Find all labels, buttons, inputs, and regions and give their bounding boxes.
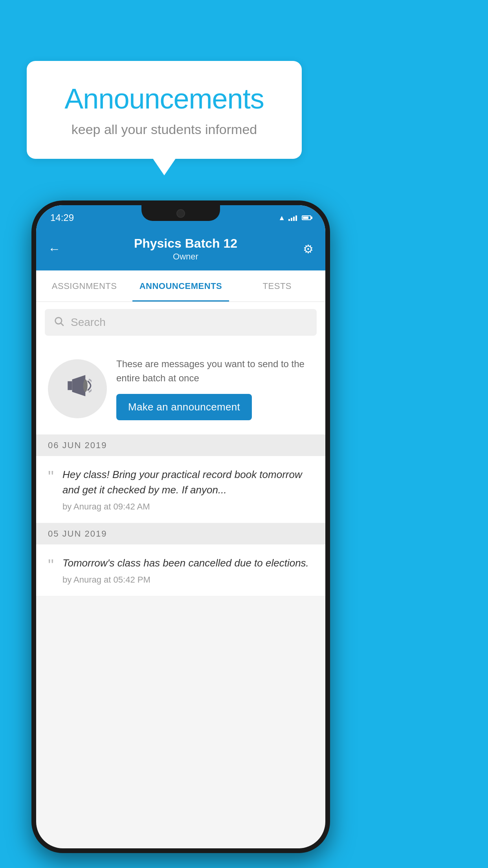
phone-camera bbox=[176, 209, 185, 218]
wifi-icon: ▲ bbox=[278, 214, 285, 222]
announcement-text-2: Tomorrow's class has been cancelled due … bbox=[62, 555, 309, 571]
phone-wrapper: 14:29 ▲ bbox=[31, 200, 330, 853]
promo-card: These are messages you want to send to t… bbox=[36, 343, 325, 435]
tab-announcements[interactable]: ANNOUNCEMENTS bbox=[132, 270, 229, 302]
svg-point-0 bbox=[55, 317, 62, 324]
quote-icon-2: " bbox=[48, 557, 54, 574]
phone-outer: 14:29 ▲ bbox=[31, 200, 330, 853]
signal-icon bbox=[288, 215, 297, 221]
tabs-bar: ASSIGNMENTS ANNOUNCEMENTS TESTS bbox=[36, 270, 325, 302]
announcement-item-2[interactable]: " Tomorrow's class has been cancelled du… bbox=[36, 544, 325, 596]
announcement-meta-1: by Anurag at 09:42 AM bbox=[62, 502, 314, 512]
date-label-1: 06 JUN 2019 bbox=[48, 440, 107, 450]
app-bar-title-group: Physics Batch 12 Owner bbox=[68, 236, 303, 262]
status-icons: ▲ bbox=[278, 214, 311, 222]
speech-bubble-wrapper: Announcements keep all your students inf… bbox=[27, 61, 302, 159]
search-section: Search bbox=[36, 302, 325, 343]
back-button[interactable]: ← bbox=[48, 242, 61, 256]
announcement-meta-2: by Anurag at 05:42 PM bbox=[62, 575, 309, 585]
phone-notch bbox=[141, 205, 220, 221]
announcement-item-1[interactable]: " Hey class! Bring your practical record… bbox=[36, 456, 325, 523]
status-time: 14:29 bbox=[50, 212, 74, 223]
date-separator-2: 05 JUN 2019 bbox=[36, 523, 325, 544]
speech-bubble: Announcements keep all your students inf… bbox=[27, 61, 302, 159]
promo-icon-circle bbox=[48, 359, 107, 418]
announcements-title: Announcements bbox=[50, 83, 278, 115]
tab-tests[interactable]: TESTS bbox=[229, 270, 325, 302]
quote-icon-1: " bbox=[48, 469, 54, 485]
tab-assignments[interactable]: ASSIGNMENTS bbox=[36, 270, 132, 302]
svg-line-1 bbox=[61, 323, 63, 326]
search-input-wrap[interactable]: Search bbox=[45, 309, 317, 336]
tab-indicator bbox=[132, 300, 229, 302]
promo-content: These are messages you want to send to t… bbox=[116, 357, 314, 420]
phone-screen: 14:29 ▲ bbox=[36, 205, 325, 848]
battery-icon bbox=[302, 215, 311, 220]
settings-button[interactable]: ⚙ bbox=[303, 242, 314, 256]
announcement-content-2: Tomorrow's class has been cancelled due … bbox=[62, 555, 309, 585]
megaphone-icon bbox=[63, 371, 92, 406]
date-separator-1: 06 JUN 2019 bbox=[36, 435, 325, 456]
search-icon bbox=[53, 316, 64, 329]
announcements-subtitle: keep all your students informed bbox=[50, 122, 278, 137]
app-bar: ← Physics Batch 12 Owner ⚙ bbox=[36, 227, 325, 270]
announcement-content-1: Hey class! Bring your practical record b… bbox=[62, 467, 314, 512]
announcement-text-1: Hey class! Bring your practical record b… bbox=[62, 467, 314, 498]
make-announcement-button[interactable]: Make an announcement bbox=[116, 394, 252, 420]
batch-title: Physics Batch 12 bbox=[68, 236, 303, 251]
svg-point-2 bbox=[83, 379, 88, 392]
promo-description: These are messages you want to send to t… bbox=[116, 357, 314, 385]
date-label-2: 05 JUN 2019 bbox=[48, 529, 107, 539]
batch-subtitle: Owner bbox=[68, 252, 303, 262]
search-input[interactable]: Search bbox=[71, 316, 106, 329]
